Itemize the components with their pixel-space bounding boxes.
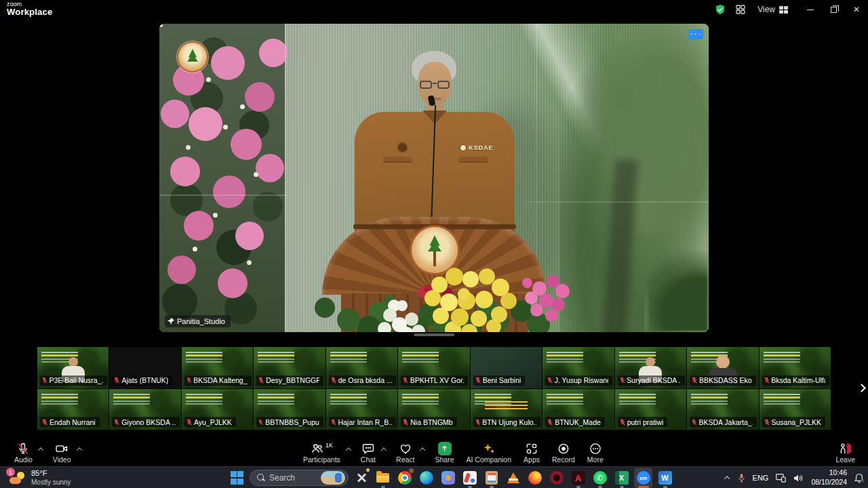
video-more-button[interactable] <box>688 29 703 39</box>
participant-tile[interactable]: de Osra bksda ... <box>326 347 398 389</box>
participants-button[interactable]: 1K Participants <box>297 439 347 466</box>
restore-button[interactable] <box>822 0 845 19</box>
acrobat-icon[interactable]: A <box>569 468 587 488</box>
search-input[interactable] <box>269 473 314 483</box>
podium-emblem <box>410 225 460 275</box>
speaker-icon[interactable] <box>793 474 804 483</box>
participant-tile[interactable]: Bksda Kaltim-Ulfa <box>760 347 831 389</box>
flowers-white <box>397 300 408 311</box>
participant-tile[interactable]: Suryadi BKSDA ... <box>615 347 687 389</box>
chat-options-chevron[interactable] <box>379 443 389 456</box>
participant-tile[interactable]: BBKSDASS Eko <box>687 347 759 389</box>
participant-tile[interactable]: BBTNBBS_Pupun... <box>254 389 326 431</box>
video-editor-app-icon[interactable] <box>460 468 479 488</box>
hidden-icons-chevron[interactable] <box>724 474 730 481</box>
participant-tile[interactable]: J. Yusup Riswandi <box>542 347 614 389</box>
firefox-icon[interactable] <box>526 468 544 488</box>
participant-name: Bksda Kaltim-Ulfa <box>771 376 825 384</box>
ai-companion-button[interactable]: AI Companion <box>460 439 518 466</box>
share-button[interactable]: Share <box>429 439 460 466</box>
vlc-icon[interactable] <box>504 468 522 488</box>
participant-tile[interactable]: Nia BTNGMb <box>398 389 470 431</box>
participant-name-tag: BPKHTL XV Gor... <box>401 375 468 386</box>
muted-mic-icon <box>620 377 625 384</box>
flowers-yellow <box>458 288 470 300</box>
video-options-chevron[interactable] <box>75 443 84 456</box>
participants-options-chevron[interactable] <box>344 443 353 456</box>
participant-tile[interactable]: Giyono BKSDA ... <box>109 389 181 431</box>
participant-tile[interactable]: Beni Sarbini <box>471 347 542 389</box>
close-button[interactable]: ✕ <box>845 0 868 19</box>
excel-icon[interactable]: X <box>612 468 631 488</box>
notification-badge: 1 <box>6 468 15 476</box>
photos-app-icon[interactable] <box>439 468 457 488</box>
crossed-tools-app-icon[interactable] <box>352 468 370 488</box>
search-icon <box>257 474 265 482</box>
notification-bell-icon[interactable] <box>854 473 864 483</box>
react-button[interactable]: React <box>390 439 420 466</box>
tray-microphone-icon[interactable] <box>738 473 745 483</box>
participant-tile[interactable]: Hajar Intan R_B... <box>326 389 398 431</box>
tray-time: 10:46 <box>811 468 847 478</box>
audio-label: Audio <box>14 455 33 464</box>
more-button[interactable]: More <box>581 439 610 466</box>
meeting-controls: Audio Video 1K Participants <box>0 439 868 466</box>
edge-icon[interactable] <box>417 468 435 488</box>
word-icon[interactable]: W <box>656 468 674 488</box>
tile-banner-text <box>547 352 583 365</box>
muted-mic-icon <box>764 377 770 384</box>
zoom-app-icon[interactable]: zm <box>634 468 652 488</box>
participant-name: BPKHTL XV Gor... <box>410 376 465 384</box>
apps-button[interactable]: Apps <box>517 439 546 466</box>
audio-options-chevron[interactable] <box>36 443 45 456</box>
participant-tile[interactable]: Susana_PJLKK <box>760 389 831 431</box>
record-button[interactable]: Record <box>546 439 581 466</box>
participant-tile[interactable]: BTN Ujung Kulo... <box>471 389 542 431</box>
gallery-row-2: Endah Nurrani Giyono BKSDA ... Ayu_PJLKK <box>37 389 831 431</box>
layout-grid-icon[interactable] <box>730 0 751 19</box>
resize-handle[interactable] <box>414 333 454 336</box>
participant-tile[interactable]: P3E Bali Nusra_... <box>37 347 109 389</box>
participant-tile[interactable]: BKSDA Kalteng_... <box>182 347 254 389</box>
participant-name-tag: BKSDA Jakarta_... <box>690 417 757 427</box>
participant-tile[interactable]: BTNUK_Made <box>542 389 614 431</box>
leave-button[interactable]: Leave <box>829 439 861 466</box>
tile-banner-text <box>764 352 800 365</box>
cast-display-icon[interactable] <box>776 474 786 483</box>
weather-temp: 85°F <box>31 469 71 479</box>
view-button[interactable]: View <box>751 5 799 14</box>
participant-name-tag: Ajats (BTNUK) <box>112 375 172 386</box>
windows-logo-icon <box>231 471 244 485</box>
notes-app-icon[interactable] <box>482 468 500 488</box>
audio-button[interactable]: Audio <box>8 439 39 466</box>
participant-tile[interactable]: BPKHTL XV Gor... <box>398 347 470 389</box>
clock[interactable]: 10:46 08/10/2024 <box>811 468 847 487</box>
weather-widget[interactable]: 1 85°F Mostly sunny <box>3 467 77 488</box>
language-indicator[interactable]: ENG <box>753 474 769 482</box>
sparkles-icon <box>482 442 496 455</box>
main-speaker-video[interactable]: KSDAE Panitia_Studio <box>159 24 709 332</box>
tile-center-banner <box>485 401 528 411</box>
panel-seam <box>285 24 286 332</box>
participant-name-tag: Endah Nurrani <box>40 417 100 427</box>
participant-name: BBKSDASS Eko <box>699 376 752 384</box>
participant-tile[interactable]: putri pratiwi <box>615 389 687 431</box>
chrome-icon[interactable] <box>395 468 414 488</box>
start-button[interactable] <box>228 468 246 488</box>
participant-tile[interactable]: Ayu_PJLKK <box>182 389 254 431</box>
minimize-button[interactable] <box>799 0 822 19</box>
file-explorer-icon[interactable] <box>374 468 392 488</box>
participant-tile[interactable]: Ajats (BTNUK) <box>109 347 181 389</box>
whatsapp-icon[interactable]: ✆ <box>591 468 609 488</box>
chat-button[interactable]: Chat <box>355 439 382 466</box>
participant-tile[interactable]: Desy_BBTNGGP <box>254 347 326 389</box>
security-shield-icon[interactable] <box>710 0 730 19</box>
video-button[interactable]: Video <box>47 439 77 466</box>
gallery-next-button[interactable] <box>855 377 867 399</box>
taskbar-search[interactable] <box>250 470 349 486</box>
react-options-chevron[interactable] <box>418 443 427 456</box>
red-circle-app-icon[interactable] <box>547 468 566 488</box>
participant-tile[interactable]: Endah Nurrani <box>37 389 109 431</box>
speaker-name: Panitia_Studio <box>177 317 225 325</box>
participant-tile[interactable]: BKSDA Jakarta_... <box>687 389 759 431</box>
